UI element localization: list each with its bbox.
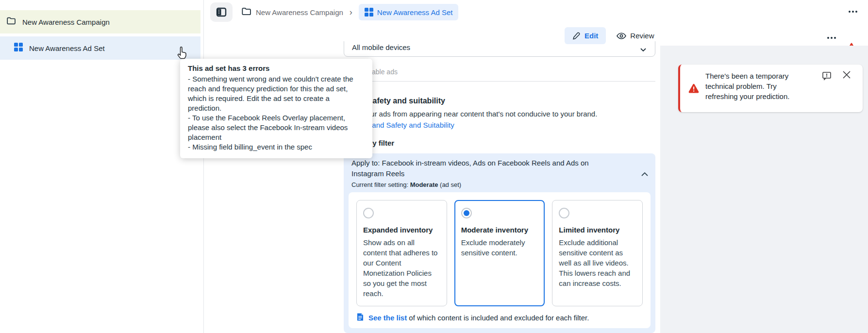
device-select-value: All mobile devices xyxy=(352,43,410,51)
see-the-list-rest: of which content is included and exclude… xyxy=(407,314,589,322)
breadcrumb-adset-chip[interactable]: New Awareness Ad Set xyxy=(359,4,459,20)
review-button[interactable]: Review xyxy=(615,27,656,44)
breadcrumb-folder-icon xyxy=(241,6,251,18)
breadcrumb-separator: › xyxy=(350,7,352,17)
tooltip-error-2: - To use the Facebook Reels Overlay plac… xyxy=(188,113,365,142)
report-problem-icon[interactable] xyxy=(822,71,832,83)
option-title: Expanded inventory xyxy=(363,226,440,234)
option-card-expanded[interactable]: Expanded inventory Show ads on all conte… xyxy=(356,200,447,306)
current-filter-setting: Current filter setting: Moderate (ad set… xyxy=(351,181,461,188)
adset-grid-icon xyxy=(14,43,23,53)
current-filter-value: Moderate xyxy=(410,181,438,188)
radio-limited[interactable] xyxy=(559,208,569,218)
see-the-list-row: See the list of which content is include… xyxy=(356,313,589,323)
radio-moderate[interactable] xyxy=(461,208,472,218)
apply-to-text: Apply to: Facebook in-stream videos, Ads… xyxy=(351,158,594,179)
option-title: Limited inventory xyxy=(559,226,636,234)
option-card-moderate[interactable]: Moderate inventory Exclude moderately se… xyxy=(454,200,545,306)
option-description: Exclude moderately sensitive content. xyxy=(461,237,538,258)
action-buttons: Edit Review xyxy=(565,27,656,44)
chevron-up-icon[interactable] xyxy=(641,169,648,178)
document-list-icon xyxy=(356,313,364,323)
inventory-options-panel: Expanded inventory Show ads on all conte… xyxy=(349,192,651,328)
campaign-label: New Awareness Campaign xyxy=(22,18,110,26)
sidebar-toggle-button[interactable] xyxy=(210,2,233,22)
option-card-limited[interactable]: Limited inventory Exclude additional sen… xyxy=(552,200,643,306)
clipped-helper-text: able ads xyxy=(372,68,398,76)
inventory-option-cards: Expanded inventory Show ads on all conte… xyxy=(356,200,643,306)
current-filter-suffix: (ad set) xyxy=(438,181,461,188)
sidebar-divider xyxy=(203,0,204,333)
see-the-list-link[interactable]: See the list xyxy=(368,314,407,322)
adset-errors-tooltip: This ad set has 3 errors - Something wen… xyxy=(180,59,372,158)
section-divider xyxy=(344,81,655,82)
notification-message: There's been a temporary technical probl… xyxy=(705,71,808,101)
option-title: Moderate inventory xyxy=(461,226,538,234)
option-description: Exclude additional sensitive content as … xyxy=(559,237,636,288)
breadcrumb: New Awareness Campaign › New Awareness A… xyxy=(210,2,458,22)
radio-expanded[interactable] xyxy=(363,208,374,218)
breadcrumb-adset-label: New Awareness Ad Set xyxy=(377,8,453,17)
pencil-icon xyxy=(572,32,580,40)
adset-label: New Awareness Ad Set xyxy=(29,44,105,52)
eye-icon xyxy=(617,33,626,39)
chevron-down-icon xyxy=(640,45,646,54)
warning-triangle-icon xyxy=(688,83,699,95)
adset-grid-icon xyxy=(365,8,373,17)
sidebar-item-campaign[interactable]: New Awareness Campaign xyxy=(0,10,200,33)
error-notification-card: There's been a temporary technical probl… xyxy=(678,65,863,112)
sidebar-item-adset[interactable]: New Awareness Ad Set xyxy=(0,36,200,60)
brand-safety-description: Keep your ads from appearing near conten… xyxy=(344,110,597,118)
folder-icon xyxy=(6,16,16,28)
adset-more-button[interactable] xyxy=(827,37,836,39)
tooltip-error-3: - Missing field billing_event in the spe… xyxy=(188,142,365,152)
edit-button-label: Edit xyxy=(584,32,598,40)
breadcrumb-campaign-link[interactable]: New Awareness Campaign xyxy=(256,8,343,17)
tooltip-title: This ad set has 3 errors xyxy=(188,64,365,72)
tooltip-error-1: - Something went wrong and we couldn't c… xyxy=(188,74,365,113)
edit-button[interactable]: Edit xyxy=(565,27,606,44)
close-icon[interactable] xyxy=(842,70,851,81)
current-filter-label: Current filter setting: xyxy=(351,181,410,188)
option-description: Show ads on all content that adheres to … xyxy=(363,237,440,299)
review-button-label: Review xyxy=(630,32,654,40)
inventory-filter-box: Apply to: Facebook in-stream videos, Ads… xyxy=(344,153,655,333)
campaign-more-button[interactable] xyxy=(849,11,857,13)
